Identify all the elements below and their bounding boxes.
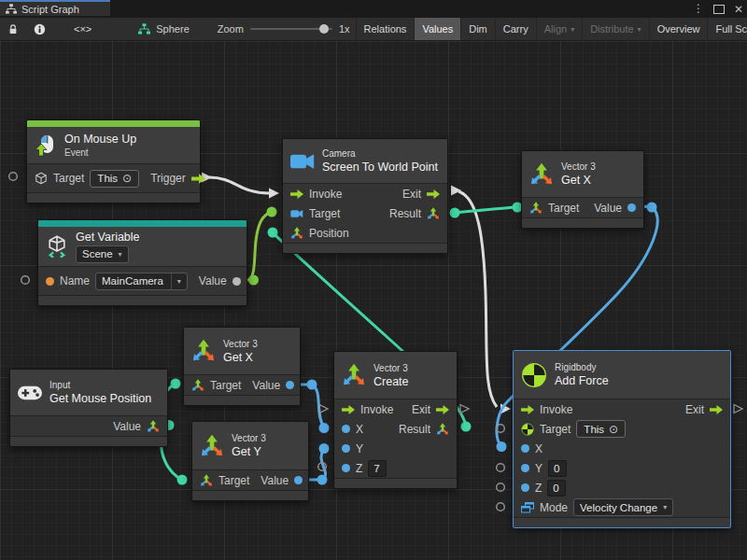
button-label: Values bbox=[422, 23, 453, 35]
port-row: X bbox=[514, 439, 730, 458]
distribute-button[interactable]: Distribute bbox=[582, 18, 648, 40]
target-icon: ⊙ bbox=[609, 423, 618, 436]
vector3-port-icon[interactable] bbox=[436, 423, 449, 436]
overview-button[interactable]: Overview bbox=[649, 18, 708, 40]
graph-pointer-icon bbox=[138, 23, 150, 35]
wire-arrowhead bbox=[269, 189, 279, 199]
mode-dropdown[interactable]: Velocity Change bbox=[573, 498, 673, 516]
node-get-x[interactable]: Vector 3 Get X Target Value bbox=[183, 327, 301, 406]
chevron-down-icon bbox=[663, 503, 667, 511]
lock-button[interactable] bbox=[0, 18, 26, 40]
port-value-dot[interactable] bbox=[294, 476, 303, 484]
node-add-force[interactable]: Rigidbody Add Force Invoke Exit Target T… bbox=[513, 350, 731, 528]
close-icon[interactable]: ✕ bbox=[734, 3, 743, 16]
port-row: Target Value bbox=[184, 375, 300, 395]
node-get-variable[interactable]: Get Variable Scene Name MainCamera Value bbox=[37, 219, 247, 306]
maximize-icon[interactable] bbox=[713, 5, 725, 14]
empty-control-port[interactable] bbox=[734, 405, 742, 413]
node-header: Vector 3 Get X bbox=[184, 328, 300, 375]
port-value-dot[interactable] bbox=[233, 277, 241, 286]
code-toggle-button[interactable]: <×> bbox=[53, 18, 112, 40]
vector3-port-icon[interactable] bbox=[529, 202, 543, 215]
tab-script-graph[interactable]: Script Graph bbox=[0, 0, 110, 16]
pill-value: This bbox=[97, 173, 118, 184]
vector3-port-icon[interactable] bbox=[200, 474, 213, 487]
empty-port-ring[interactable] bbox=[497, 483, 505, 492]
window-menu-icon[interactable]: ⋮ bbox=[693, 0, 704, 18]
values-button[interactable]: Values bbox=[414, 18, 460, 40]
graph-breadcrumb[interactable]: Sphere bbox=[129, 18, 198, 40]
fullscreen-button[interactable]: Full Screen bbox=[707, 18, 747, 40]
zoom-slider[interactable] bbox=[250, 28, 332, 30]
rigidbody-port-icon[interactable] bbox=[521, 423, 534, 436]
port-invoke-label: Invoke bbox=[360, 403, 393, 416]
vector3-port-icon[interactable] bbox=[427, 207, 440, 220]
wire-endpoint bbox=[268, 228, 278, 238]
port-x-dot[interactable] bbox=[342, 425, 350, 433]
camera-icon bbox=[290, 152, 315, 171]
vector3-port-icon[interactable] bbox=[290, 227, 303, 240]
empty-port-ring[interactable] bbox=[21, 276, 30, 285]
port-value-dot[interactable] bbox=[627, 203, 636, 212]
y-value-field[interactable]: 0 bbox=[548, 460, 567, 477]
port-exit-arrow[interactable] bbox=[427, 189, 440, 199]
node-get-mouse-position[interactable]: Input Get Mouse Position Value bbox=[9, 369, 168, 447]
relations-button[interactable]: Relations bbox=[356, 18, 415, 40]
z-value-field[interactable]: 0 bbox=[547, 480, 566, 497]
wire-exit-to-invoke[interactable] bbox=[458, 191, 497, 407]
port-z-dot[interactable] bbox=[521, 483, 529, 492]
graph-canvas[interactable]: On Mouse Up Event Target This ⊙ Trigger … bbox=[0, 41, 747, 560]
mouse-up-icon bbox=[35, 134, 57, 157]
empty-control-port[interactable] bbox=[460, 405, 469, 413]
port-exit-arrow[interactable] bbox=[436, 405, 449, 414]
empty-control-port[interactable] bbox=[319, 405, 328, 413]
target-this-pill[interactable]: This ⊙ bbox=[576, 420, 626, 438]
node-on-mouse-up[interactable]: On Mouse Up Event Target This ⊙ Trigger bbox=[26, 119, 201, 203]
zoom-slider-handle[interactable] bbox=[319, 24, 329, 34]
target-this-pill[interactable]: This ⊙ bbox=[90, 170, 139, 188]
node-vector3-create[interactable]: Vector 3 Create Invoke Exit X Result Y Z… bbox=[333, 351, 458, 489]
node-header: Vector 3 Get Y bbox=[192, 422, 308, 470]
wire-endpoint bbox=[461, 422, 472, 432]
port-exit-arrow[interactable] bbox=[710, 405, 723, 414]
port-value-label: Value bbox=[113, 420, 141, 433]
node-get-x-top[interactable]: Vector 3 Get X Target Value bbox=[521, 150, 644, 229]
camera-port-icon[interactable] bbox=[290, 209, 303, 218]
info-button[interactable] bbox=[26, 18, 53, 40]
port-value-label: Value bbox=[261, 474, 289, 487]
port-z-dot[interactable] bbox=[342, 464, 350, 472]
node-category: Vector 3 bbox=[374, 363, 409, 373]
variable-name-dropdown[interactable]: MainCamera bbox=[95, 273, 188, 290]
port-invoke-arrow[interactable] bbox=[290, 189, 303, 199]
port-invoke-label: Invoke bbox=[540, 403, 572, 416]
port-x-dot[interactable] bbox=[521, 444, 529, 453]
wire-endpoint bbox=[450, 208, 460, 218]
empty-port-ring[interactable] bbox=[497, 503, 505, 511]
node-footer bbox=[283, 243, 447, 253]
vector3-port-icon[interactable] bbox=[147, 420, 160, 433]
dim-button[interactable]: Dim bbox=[460, 18, 495, 40]
z-value-field[interactable]: 7 bbox=[368, 460, 387, 477]
port-invoke-arrow[interactable] bbox=[521, 405, 534, 414]
vector3-port-icon[interactable] bbox=[191, 379, 204, 392]
port-y-dot[interactable] bbox=[342, 444, 350, 453]
wire-trigger-to-invoke[interactable] bbox=[209, 177, 269, 193]
button-label: Overview bbox=[657, 23, 700, 35]
node-screen-to-world-point[interactable]: Camera Screen To World Point Invoke Exit… bbox=[282, 138, 448, 254]
port-value-dot[interactable] bbox=[286, 381, 294, 389]
node-footer bbox=[334, 478, 457, 488]
empty-port-ring[interactable] bbox=[9, 173, 18, 181]
port-y-dot[interactable] bbox=[521, 464, 529, 472]
enum-port-icon[interactable] bbox=[521, 502, 534, 513]
empty-port-ring[interactable] bbox=[497, 464, 505, 472]
port-mode-label: Mode bbox=[540, 501, 568, 514]
wire-variable-to-target[interactable] bbox=[247, 212, 272, 280]
align-button[interactable]: Align bbox=[536, 18, 582, 40]
node-get-y[interactable]: Vector 3 Get Y Target Value bbox=[191, 421, 309, 501]
carry-button[interactable]: Carry bbox=[495, 18, 536, 40]
wire-result-to-getx-target[interactable] bbox=[450, 207, 517, 213]
scope-dropdown[interactable]: Scene bbox=[76, 245, 129, 263]
port-name-dot[interactable] bbox=[46, 277, 54, 286]
port-invoke-arrow[interactable] bbox=[342, 405, 355, 414]
port-trigger-arrow[interactable] bbox=[191, 174, 205, 184]
